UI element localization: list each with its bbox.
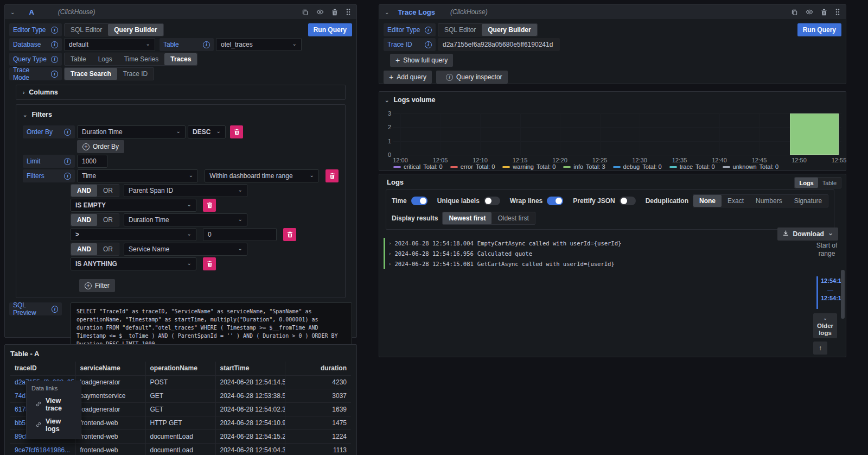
prettify-json-toggle[interactable]: [620, 197, 636, 205]
expand-log-chevron-icon[interactable]: ›: [388, 251, 391, 256]
column-header-servicename[interactable]: serviceName: [75, 362, 145, 375]
query-ref-id[interactable]: A: [29, 8, 34, 16]
collapse-chevron-icon[interactable]: ⌄: [10, 9, 15, 15]
legend-item-error[interactable]: errorTotal: 0: [450, 163, 495, 170]
log-row[interactable]: ›2024-06-28 12:54:15.081GetCartAsync cal…: [384, 258, 805, 269]
columns-section-header[interactable]: › Columns: [23, 88, 339, 97]
add-filter-button[interactable]: Filter: [79, 279, 115, 292]
trash-icon[interactable]: [821, 9, 827, 16]
condition-operator-select[interactable]: >: [71, 228, 196, 241]
info-icon[interactable]: [425, 41, 432, 48]
query-inspector-button[interactable]: Query inspector: [436, 71, 508, 84]
legend-item-info[interactable]: infoTotal: 3: [563, 163, 605, 170]
logs-scrollbar[interactable]: [841, 270, 845, 319]
option-logs[interactable]: Logs: [92, 53, 118, 65]
legend-item-debug[interactable]: debugTotal: 0: [613, 163, 662, 170]
trace-id-input[interactable]: d2a7155ef6a928a05680e5ff6190241d: [438, 38, 560, 51]
legend-item-trace[interactable]: traceTotal: 0: [669, 163, 715, 170]
run-query-button[interactable]: Run Query: [308, 23, 352, 36]
column-header-starttime[interactable]: startTime: [215, 362, 285, 375]
order-by-direction-select[interactable]: DESC: [188, 125, 226, 138]
condition-operator-select[interactable]: IS EMPTY: [71, 199, 196, 212]
table-select[interactable]: otel_traces: [216, 38, 302, 51]
option-numbers[interactable]: Numbers: [750, 195, 788, 207]
log-row[interactable]: ›2024-06-28 12:54:18.004EmptyCartAsync c…: [384, 238, 805, 248]
remove-condition-button[interactable]: [203, 257, 216, 270]
copy-icon[interactable]: [302, 9, 309, 16]
legend-item-warning[interactable]: warningTotal: 0: [502, 163, 556, 170]
legend-item-unknown[interactable]: unknownTotal: 0: [723, 163, 779, 170]
drag-handle-icon[interactable]: [835, 8, 840, 16]
remove-condition-button[interactable]: [283, 228, 296, 241]
option-table[interactable]: Table: [65, 53, 92, 65]
option-or[interactable]: OR: [97, 214, 119, 226]
trace-id-link[interactable]: 9ce7fcf61841986...: [10, 443, 75, 455]
add-order-by-button[interactable]: Order By: [77, 140, 124, 153]
option-newest-first[interactable]: Newest first: [443, 212, 492, 224]
log-row[interactable]: ›2024-06-28 12:54:16.956Calculated quote: [384, 248, 805, 258]
condition-value-input[interactable]: 0: [203, 228, 277, 241]
filter-time-field-select[interactable]: Time: [77, 169, 198, 182]
option-and[interactable]: AND: [71, 243, 97, 255]
legend-item-critical[interactable]: criticalTotal: 0: [393, 163, 443, 170]
info-icon[interactable]: [51, 71, 58, 78]
option-or[interactable]: OR: [97, 185, 119, 197]
drag-handle-icon[interactable]: [346, 8, 351, 16]
remove-filter-button[interactable]: [326, 169, 339, 182]
run-query-button[interactable]: Run Query: [797, 23, 841, 36]
time-toggle[interactable]: [411, 197, 427, 205]
info-icon[interactable]: [64, 158, 71, 165]
info-icon[interactable]: [425, 27, 432, 34]
condition-operator-select[interactable]: IS ANYTHING: [71, 257, 196, 270]
collapse-chevron-icon[interactable]: ⌄: [385, 9, 389, 15]
option-logs[interactable]: Logs: [795, 178, 818, 188]
add-query-button[interactable]: Add query: [384, 71, 432, 84]
option-query-builder[interactable]: Query Builder: [108, 24, 163, 36]
view-trace-menu-item[interactable]: View trace: [27, 394, 81, 415]
unique-labels-toggle[interactable]: [484, 197, 500, 205]
info-icon[interactable]: [51, 27, 58, 34]
query-ref-id[interactable]: Trace Logs: [398, 8, 435, 16]
filter-time-operator-select[interactable]: Within dashboard time range: [205, 169, 319, 182]
option-trace-search[interactable]: Trace Search: [65, 68, 117, 80]
older-logs-button[interactable]: ⌄ Olderlogs: [813, 313, 837, 338]
option-or[interactable]: OR: [97, 243, 119, 255]
column-header-traceid[interactable]: traceID: [10, 362, 75, 375]
expand-log-chevron-icon[interactable]: ›: [388, 261, 391, 267]
info-icon[interactable]: [203, 41, 210, 48]
option-trace-id[interactable]: Trace ID: [117, 68, 154, 80]
option-exact[interactable]: Exact: [722, 195, 750, 207]
expand-log-chevron-icon[interactable]: ›: [388, 241, 391, 246]
info-icon[interactable]: [52, 306, 58, 313]
column-header-operationname[interactable]: operationName: [145, 362, 215, 375]
wrap-lines-toggle[interactable]: [547, 197, 563, 205]
chart-bar-info[interactable]: [790, 113, 839, 155]
remove-condition-button[interactable]: [203, 199, 216, 212]
limit-input[interactable]: 1000: [77, 155, 107, 168]
condition-field-select[interactable]: Service Name: [124, 243, 247, 256]
view-logs-menu-item[interactable]: View logs: [27, 415, 81, 435]
option-signature[interactable]: Signature: [788, 195, 828, 207]
info-icon[interactable]: [51, 41, 58, 48]
option-sql-editor[interactable]: SQL Editor: [65, 24, 108, 36]
option-and[interactable]: AND: [71, 214, 97, 226]
condition-field-select[interactable]: Parent Span ID: [124, 184, 247, 197]
option-time-series[interactable]: Time Series: [118, 53, 165, 65]
logs-volume-header[interactable]: ⌄ Logs volume: [379, 92, 846, 104]
info-icon[interactable]: [51, 56, 58, 63]
eye-icon[interactable]: [806, 8, 813, 16]
option-sql-editor[interactable]: SQL Editor: [438, 24, 482, 36]
option-query-builder[interactable]: Query Builder: [482, 24, 537, 36]
trash-icon[interactable]: [331, 9, 338, 16]
option-and[interactable]: AND: [71, 185, 97, 197]
filters-section-header[interactable]: ⌄ Filters: [23, 110, 339, 119]
condition-field-select[interactable]: Duration Time: [124, 213, 247, 226]
order-by-field-select[interactable]: Duration Time: [77, 125, 186, 138]
log-range-marker[interactable]: [816, 276, 818, 309]
option-oldest-first[interactable]: Oldest first: [492, 212, 534, 224]
option-none[interactable]: None: [693, 195, 722, 207]
option-traces[interactable]: Traces: [164, 53, 197, 65]
info-icon[interactable]: [64, 129, 71, 136]
database-select[interactable]: default: [64, 38, 155, 51]
column-header-duration[interactable]: duration: [285, 362, 351, 375]
